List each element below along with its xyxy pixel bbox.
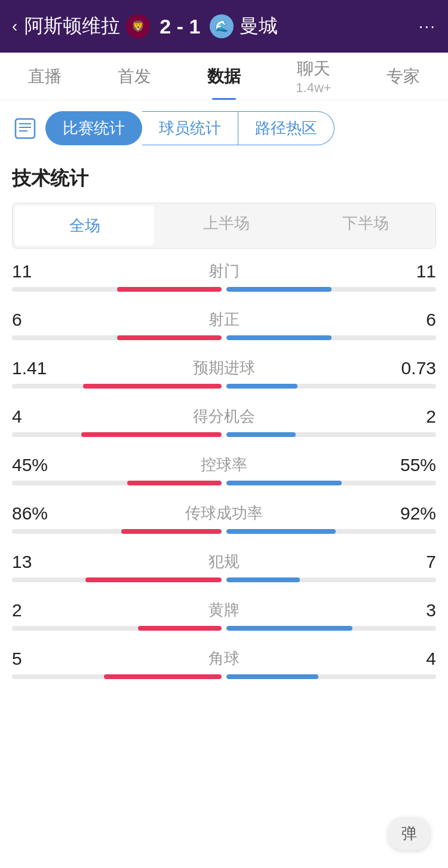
header: ‹ 阿斯顿维拉 🦁 2 - 1 🌊 曼城 ··· bbox=[0, 0, 448, 53]
stat-right-value: 3 bbox=[388, 600, 436, 621]
stat-item: 11射门11 bbox=[12, 261, 436, 292]
stat-right-value: 4 bbox=[388, 649, 436, 669]
stat-label: 角球 bbox=[60, 648, 388, 669]
stat-left-value: 6 bbox=[12, 310, 60, 330]
stats-icon bbox=[12, 115, 38, 142]
main-nav: 直播 首发 数据 聊天1.4w+ 专家 bbox=[0, 53, 448, 100]
stat-left-value: 86% bbox=[12, 503, 60, 524]
stat-label: 犯规 bbox=[60, 551, 388, 572]
stat-right-value: 7 bbox=[388, 552, 436, 572]
half-tab-full[interactable]: 全场 bbox=[15, 206, 154, 246]
stat-label: 得分机会 bbox=[60, 406, 388, 427]
stat-bar bbox=[12, 432, 436, 438]
stat-left-value: 2 bbox=[12, 600, 60, 621]
tab-lineup[interactable]: 首发 bbox=[90, 53, 179, 100]
half-tabs: 全场 上半场 下半场 bbox=[12, 203, 436, 249]
stat-label: 控球率 bbox=[60, 454, 388, 475]
away-team-name: 曼城 bbox=[240, 13, 278, 39]
stat-label: 预期进球 bbox=[60, 357, 388, 378]
stat-left-value: 45% bbox=[12, 455, 60, 475]
home-team-logo: 🦁 bbox=[126, 14, 150, 38]
stat-left-value: 11 bbox=[12, 261, 60, 282]
half-tab-first[interactable]: 上半场 bbox=[157, 203, 296, 248]
stat-left-value: 13 bbox=[12, 552, 60, 572]
stat-bar bbox=[12, 480, 436, 486]
half-tab-second[interactable]: 下半场 bbox=[296, 203, 435, 248]
stat-left-value: 5 bbox=[12, 649, 60, 669]
stat-left-value: 4 bbox=[12, 407, 60, 427]
stat-item: 5角球4 bbox=[12, 648, 436, 680]
stat-label: 射门 bbox=[60, 261, 388, 282]
section-title: 技术统计 bbox=[0, 156, 448, 197]
stat-right-value: 0.73 bbox=[388, 358, 436, 378]
stat-bar bbox=[12, 286, 436, 292]
sub-nav: 比赛统计 球员统计 路径热区 bbox=[0, 100, 448, 156]
stat-label: 黄牌 bbox=[60, 600, 388, 621]
stat-bar bbox=[12, 335, 436, 341]
tab-live[interactable]: 直播 bbox=[0, 53, 90, 100]
tab-chat[interactable]: 聊天1.4w+ bbox=[269, 53, 358, 100]
stat-right-value: 6 bbox=[388, 310, 436, 330]
stat-bar bbox=[12, 577, 436, 583]
stats-list: 11射门116射正61.41预期进球0.734得分机会245%控球率55%86%… bbox=[0, 261, 448, 680]
stat-item: 45%控球率55% bbox=[12, 454, 436, 486]
stat-bar bbox=[12, 625, 436, 631]
stat-label: 传球成功率 bbox=[60, 503, 388, 524]
match-score: 2 - 1 bbox=[159, 15, 200, 38]
pop-button[interactable]: 弹 bbox=[388, 817, 430, 850]
stat-right-value: 92% bbox=[388, 503, 436, 524]
away-team-logo: 🌊 bbox=[210, 14, 234, 38]
stat-item: 13犯规7 bbox=[12, 551, 436, 583]
stat-item: 4得分机会2 bbox=[12, 406, 436, 438]
stat-bar bbox=[12, 383, 436, 389]
tab-expert[interactable]: 专家 bbox=[358, 53, 448, 100]
match-title: 阿斯顿维拉 🦁 2 - 1 🌊 曼城 bbox=[24, 13, 418, 39]
sub-nav-match-stats[interactable]: 比赛统计 bbox=[45, 111, 142, 145]
svg-rect-0 bbox=[16, 119, 35, 138]
stat-left-value: 1.41 bbox=[12, 358, 60, 378]
home-team-name: 阿斯顿维拉 bbox=[24, 13, 120, 39]
stat-item: 6射正6 bbox=[12, 309, 436, 341]
stat-right-value: 55% bbox=[388, 455, 436, 475]
stat-right-value: 11 bbox=[388, 261, 436, 282]
stat-bar bbox=[12, 528, 436, 534]
back-button[interactable]: ‹ bbox=[12, 17, 17, 36]
stat-right-value: 2 bbox=[388, 407, 436, 427]
tab-data[interactable]: 数据 bbox=[179, 53, 269, 100]
sub-nav-heatmap[interactable]: 路径热区 bbox=[238, 111, 335, 145]
sub-nav-player-stats[interactable]: 球员统计 bbox=[142, 111, 238, 145]
stat-item: 2黄牌3 bbox=[12, 600, 436, 631]
stat-bar bbox=[12, 674, 436, 680]
stat-label: 射正 bbox=[60, 309, 388, 330]
stat-item: 1.41预期进球0.73 bbox=[12, 357, 436, 389]
stat-item: 86%传球成功率92% bbox=[12, 503, 436, 534]
more-button[interactable]: ··· bbox=[419, 17, 436, 36]
